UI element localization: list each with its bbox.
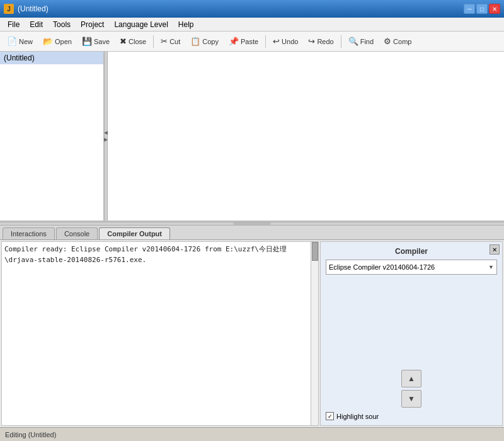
- window-controls: ─ □ ✕: [464, 4, 500, 14]
- copy-icon: 📋: [190, 37, 200, 46]
- app-icon: J: [4, 4, 14, 14]
- highlight-checkbox-area: ✓ Highlight sour: [326, 412, 379, 420]
- toolbar-separator-2: [265, 35, 266, 48]
- scrollbar[interactable]: [311, 242, 318, 425]
- tabs-bar: Interactions Console Compiler Output: [0, 226, 504, 240]
- compiler-settings-panel: ✕ Compiler Eclipse Compiler v20140604-17…: [320, 241, 503, 426]
- compile-button[interactable]: ⚙ Comp: [379, 33, 416, 50]
- highlight-checkbox[interactable]: ✓: [326, 412, 334, 420]
- menu-bar: File Edit Tools Project Language Level H…: [0, 18, 504, 32]
- open-icon: 📂: [43, 37, 53, 46]
- menu-help[interactable]: Help: [173, 18, 199, 31]
- horizontal-splitter[interactable]: [0, 222, 504, 226]
- dropdown-arrow-icon: ▼: [488, 264, 494, 270]
- paste-icon: 📌: [229, 37, 239, 46]
- undo-label: Undo: [282, 38, 298, 45]
- toolbar-separator-3: [341, 35, 341, 48]
- new-button[interactable]: 📄 New: [3, 33, 37, 50]
- main-area: (Untitled) ◀ ▶ Interactions Console Comp…: [0, 52, 504, 427]
- open-button[interactable]: 📂 Open: [38, 33, 76, 50]
- maximize-button[interactable]: □: [476, 4, 488, 14]
- find-icon: 🔍: [348, 37, 358, 46]
- cut-icon: ✂: [161, 37, 168, 46]
- menu-project[interactable]: Project: [76, 18, 109, 31]
- menu-edit[interactable]: Edit: [25, 18, 48, 31]
- save-icon: 💾: [82, 37, 92, 46]
- status-bar: Editing (Untitled): [0, 427, 504, 441]
- copy-button[interactable]: 📋 Copy: [186, 33, 223, 50]
- close-doc-button[interactable]: ✖ Close: [115, 33, 151, 50]
- file-tree-panel: (Untitled): [0, 52, 104, 220]
- close-doc-icon: ✖: [120, 37, 127, 46]
- nav-up-button[interactable]: ▲: [401, 370, 421, 387]
- menu-file[interactable]: File: [3, 18, 25, 31]
- save-label: Save: [94, 38, 110, 45]
- close-doc-label: Close: [129, 38, 146, 45]
- bottom-content: Compiler ready: Eclipse Compiler v201406…: [0, 240, 504, 427]
- paste-button[interactable]: 📌 Paste: [224, 33, 263, 50]
- bottom-panel: Interactions Console Compiler Output Com…: [0, 226, 504, 427]
- editor-area: (Untitled) ◀ ▶: [0, 52, 504, 222]
- new-label: New: [19, 38, 33, 45]
- minimize-button[interactable]: ─: [464, 4, 475, 14]
- compiler-dropdown-value: Eclipse Compiler v20140604-1726: [329, 263, 435, 271]
- find-label: Find: [360, 38, 374, 45]
- compile-label: Comp: [393, 38, 411, 45]
- close-button[interactable]: ✕: [489, 4, 500, 14]
- compile-icon: ⚙: [384, 37, 391, 46]
- window-title: (Untitled): [18, 4, 49, 13]
- tab-compiler-output[interactable]: Compiler Output: [99, 227, 170, 239]
- code-editor[interactable]: [108, 52, 504, 220]
- cut-label: Cut: [169, 38, 180, 45]
- tab-console[interactable]: Console: [56, 227, 98, 239]
- splitter-handle: [233, 222, 271, 225]
- copy-label: Copy: [202, 38, 219, 45]
- undo-icon: ↩: [273, 37, 280, 46]
- toolbar-separator-1: [153, 35, 154, 48]
- nav-down-button[interactable]: ▼: [401, 390, 421, 408]
- cut-button[interactable]: ✂ Cut: [156, 33, 185, 50]
- undo-button[interactable]: ↩ Undo: [268, 33, 302, 50]
- save-button[interactable]: 💾 Save: [77, 33, 114, 50]
- compiler-output-content: Compiler ready: Eclipse Compiler v201406…: [4, 245, 287, 264]
- find-button[interactable]: 🔍 Find: [344, 33, 378, 50]
- status-text: Editing (Untitled): [5, 431, 56, 438]
- toolbar: 📄 New 📂 Open 💾 Save ✖ Close ✂ Cut 📋 Copy…: [0, 32, 504, 52]
- menu-tools[interactable]: Tools: [48, 18, 76, 31]
- file-tree-item[interactable]: (Untitled): [0, 52, 103, 64]
- title-bar: J (Untitled) ─ □ ✕: [0, 0, 504, 18]
- compiler-panel-label: Compiler: [326, 247, 497, 256]
- nav-buttons: ▲ ▼: [326, 370, 497, 408]
- compiler-close-button[interactable]: ✕: [490, 244, 500, 255]
- tab-interactions[interactable]: Interactions: [3, 227, 55, 239]
- compiler-dropdown[interactable]: Eclipse Compiler v20140604-1726 ▼: [326, 260, 497, 275]
- title-bar-left: J (Untitled): [4, 4, 49, 14]
- paste-label: Paste: [241, 38, 258, 45]
- new-icon: 📄: [7, 37, 17, 46]
- highlight-label: Highlight sour: [336, 413, 379, 420]
- redo-button[interactable]: ↪ Redo: [304, 33, 338, 50]
- menu-language-level[interactable]: Language Level: [109, 18, 173, 31]
- redo-icon: ↪: [308, 37, 315, 46]
- redo-label: Redo: [317, 38, 333, 45]
- open-label: Open: [55, 38, 72, 45]
- compiler-output-text: Compiler ready: Eclipse Compiler v201406…: [1, 241, 319, 426]
- scroll-thumb[interactable]: [312, 242, 318, 261]
- compiler-select: Eclipse Compiler v20140604-1726 ▼: [326, 260, 497, 275]
